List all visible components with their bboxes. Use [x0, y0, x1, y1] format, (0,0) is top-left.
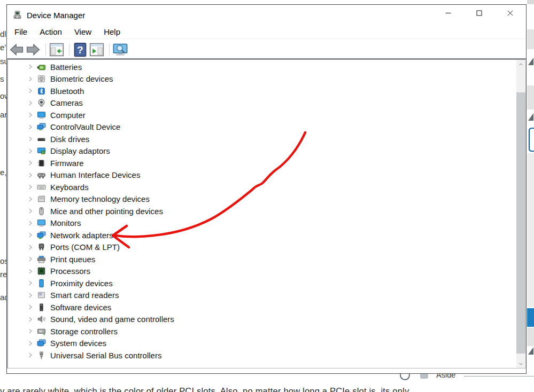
scan-hardware-button[interactable]: [113, 42, 128, 57]
disk-drive-icon: [37, 135, 46, 144]
menubar: FileActionViewHelp: [7, 25, 526, 39]
chevron-right-icon[interactable]: [26, 339, 35, 348]
maximize-button[interactable]: [463, 5, 494, 21]
titlebar[interactable]: Device Manager: [7, 5, 526, 25]
chevron-right-icon[interactable]: [26, 243, 35, 252]
menu-help[interactable]: Help: [104, 27, 120, 36]
chevron-right-icon[interactable]: [26, 267, 35, 276]
console-tree-button[interactable]: [49, 42, 64, 57]
tree-item-system-devices[interactable]: System devices: [8, 338, 516, 350]
chevron-right-icon[interactable]: [26, 75, 35, 83]
scrollbar-thumb[interactable]: [516, 92, 525, 354]
tree-item-firmware[interactable]: Firmware: [8, 157, 516, 169]
chevron-right-icon[interactable]: [26, 279, 35, 287]
tree-item-label: Monitors: [50, 218, 81, 228]
chevron-right-icon[interactable]: [26, 159, 35, 167]
tree-item-label: System devices: [50, 339, 106, 348]
tree-item-network-adapters[interactable]: Network adapters: [8, 229, 516, 241]
tree-item-smart-card-readers[interactable]: Smart card readers: [8, 289, 516, 302]
toolbar-separator: [45, 44, 46, 56]
tree-item-print-queues[interactable]: Print queues: [8, 253, 516, 265]
tree-item-human-interface-devices[interactable]: Human Interface Devices: [8, 169, 516, 182]
tree-item-processors[interactable]: Processors: [8, 265, 516, 278]
tree-item-controlvault-device[interactable]: ControlVault Device: [8, 121, 516, 134]
tree-item-computer[interactable]: Computer: [8, 109, 516, 121]
tree-item-label: Bluetooth: [50, 87, 84, 96]
menu-file[interactable]: File: [14, 27, 27, 36]
tree-item-monitors[interactable]: Monitors: [8, 217, 516, 230]
processor-chip-icon: [37, 266, 46, 276]
tree-item-universal-serial-bus-controllers[interactable]: Universal Serial Bus controllers: [8, 349, 516, 362]
chevron-right-icon[interactable]: [26, 195, 35, 203]
tree-item-label: Universal Serial Bus controllers: [50, 351, 161, 360]
chevron-down-icon: [518, 361, 524, 367]
tree-item-ports-com-lpt[interactable]: Ports (COM & LPT): [8, 241, 516, 254]
tree-item-label: Biometric devices: [50, 74, 113, 83]
tree-item-keyboards[interactable]: Keyboards: [8, 181, 516, 193]
scroll-down-button[interactable]: [516, 359, 525, 368]
tree-item-cameras[interactable]: Cameras: [8, 97, 516, 109]
close-button[interactable]: [494, 5, 525, 21]
chevron-right-icon[interactable]: [26, 171, 35, 179]
tree-item-label: Smart card readers: [50, 291, 119, 300]
camera-icon: [37, 98, 46, 107]
chevron-right-icon[interactable]: [26, 327, 35, 335]
tree-item-label: Human Interface Devices: [50, 170, 140, 179]
menu-action[interactable]: Action: [40, 27, 62, 36]
chevron-right-icon[interactable]: [26, 62, 35, 71]
chevron-right-icon[interactable]: [26, 231, 35, 239]
vertical-scrollbar[interactable]: [516, 60, 525, 368]
toolbar-separator: [69, 44, 69, 56]
chevron-right-icon[interactable]: [26, 351, 35, 359]
memory-card-icon: [37, 194, 46, 203]
fingerprint-icon: [37, 74, 46, 83]
tree-item-label: Sound, video and game controllers: [50, 315, 174, 324]
tree-item-label: Software devices: [50, 303, 111, 312]
chevron-right-icon[interactable]: [26, 255, 35, 263]
tree-item-display-adaptors[interactable]: Display adaptors: [8, 145, 516, 158]
back-button[interactable]: [9, 42, 24, 57]
chevron-right-icon[interactable]: [26, 207, 35, 215]
help-icon: ?: [73, 42, 88, 57]
chevron-right-icon[interactable]: [26, 99, 35, 107]
close-icon: [507, 10, 513, 16]
tree-item-label: Network adapters: [50, 231, 113, 240]
background-right-edge: [527, 0, 534, 392]
tree-item-label: Storage controllers: [50, 327, 118, 336]
tree-item-sound-video-and-game-controllers[interactable]: Sound, video and game controllers: [8, 313, 516, 326]
tree-item-biometric-devices[interactable]: Biometric devices: [8, 73, 516, 85]
status-strip: [7, 369, 526, 373]
scroll-up-button[interactable]: [516, 60, 525, 68]
help-button[interactable]: ?: [73, 42, 88, 57]
chevron-right-icon[interactable]: [26, 87, 35, 95]
tree-item-memory-technology-devices[interactable]: Memory technology devices: [8, 193, 516, 206]
chevron-right-icon[interactable]: [26, 123, 35, 131]
screen: dle'ssus ioware,osread y are rarely whit…: [0, 0, 534, 392]
chevron-right-icon[interactable]: [26, 315, 35, 324]
tree-item-software-devices[interactable]: Software devices: [8, 301, 516, 313]
chevron-right-icon[interactable]: [26, 147, 35, 155]
menu-view[interactable]: View: [74, 27, 91, 36]
maximize-icon: [476, 10, 482, 16]
tree-item-storage-controllers[interactable]: Storage controllers: [8, 325, 516, 338]
forward-button[interactable]: [26, 42, 41, 57]
usb-plug-icon: [37, 351, 46, 360]
chevron-right-icon[interactable]: [26, 111, 35, 119]
firmware-chip-icon: [37, 159, 46, 168]
action-pane-button[interactable]: [89, 42, 104, 57]
chevron-right-icon[interactable]: [26, 135, 35, 143]
tree-item-proximity-devices[interactable]: Proximity devices: [8, 277, 516, 289]
tree-item-label: Mice and other pointing devices: [50, 207, 163, 216]
tree-item-batteries[interactable]: Batteries: [8, 61, 516, 73]
chevron-right-icon[interactable]: [26, 303, 35, 311]
keyboard-icon: [37, 183, 46, 192]
chevron-right-icon[interactable]: [26, 291, 35, 300]
chevron-right-icon[interactable]: [26, 219, 35, 228]
tree-item-bluetooth[interactable]: Bluetooth: [8, 85, 516, 97]
speaker-icon: [37, 315, 46, 324]
tree-item-mice-and-other-pointing-devices[interactable]: Mice and other pointing devices: [8, 205, 516, 217]
device-tree: BatteriesBiometric devicesBluetoothCamer…: [8, 61, 516, 365]
tree-item-disk-drives[interactable]: Disk drives: [8, 133, 516, 145]
chevron-right-icon[interactable]: [26, 183, 35, 191]
minimize-button[interactable]: [432, 5, 463, 21]
